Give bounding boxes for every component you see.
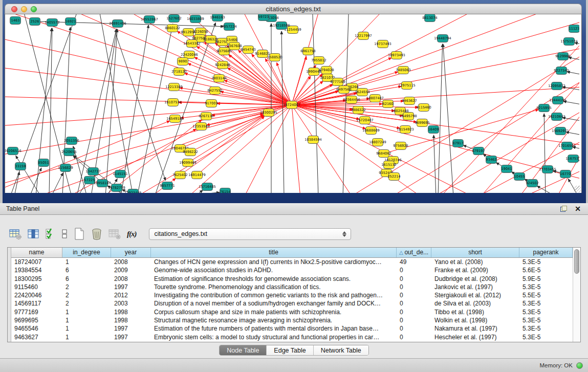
graph-node-label: 8226058	[193, 30, 208, 34]
table-cell: 0	[397, 333, 431, 341]
table-cell: 5.5E-5	[519, 291, 573, 299]
graph-node-label: 12095872	[548, 84, 565, 88]
table-cell: Changes of HCN gene expression and I(f) …	[151, 258, 397, 266]
graph-node-label: 16770	[560, 172, 571, 176]
column-header-year[interactable]: year	[111, 248, 151, 257]
graph-node-label: 10973493	[388, 53, 405, 57]
column-header-pagerank[interactable]: pagerank	[519, 248, 573, 257]
graph-edge	[155, 23, 215, 193]
column-header-name[interactable]: name	[11, 248, 62, 257]
graph-node-label: 1156829	[58, 166, 73, 170]
table-cell: 9699695	[11, 316, 62, 324]
graph-node-label: 8860122	[165, 26, 180, 30]
graph-edge	[438, 44, 443, 193]
graph-node-label: 16409	[428, 127, 439, 132]
resize-grip[interactable]	[574, 186, 581, 192]
graph-node-label: 93462	[486, 158, 497, 162]
graph-node-label: 2367608	[227, 44, 242, 48]
table-row[interactable]: 911546021997Tourette syndrome. Phenomeno…	[11, 283, 573, 291]
table-cell: 1	[62, 258, 111, 266]
table-cell: 5.6E-5	[519, 266, 573, 274]
graph-node-label: 22420046	[181, 53, 198, 57]
column-header-out_de[interactable]: △ out_de...	[397, 248, 431, 257]
table-cell: 2	[62, 299, 111, 308]
table-cell: 1	[62, 333, 111, 341]
table-settings-icon[interactable]	[9, 229, 21, 239]
close-window-button[interactable]	[11, 6, 17, 12]
network-canvas[interactable]: 1872400788601228912954822605898275031654…	[5, 14, 582, 193]
tab-network-table[interactable]: Network Table	[314, 345, 368, 355]
graph-node-label: 7485063	[396, 68, 410, 72]
table-cell: Investigating the contribution of common…	[151, 291, 397, 299]
table-row[interactable]: 969969511998Structural magnetic resonanc…	[11, 316, 573, 324]
graph-node-label: 8215955	[536, 106, 551, 110]
graph-node-label: 19218596	[273, 24, 290, 28]
create-table-icon[interactable]	[74, 228, 85, 240]
float-panel-icon[interactable]	[560, 206, 567, 212]
table-cell: Embryonic stem cells: a model to study s…	[151, 333, 397, 341]
column-header-title[interactable]: title	[151, 248, 397, 257]
column-header-short[interactable]: short	[431, 248, 519, 257]
graph-node-label: 1463	[11, 18, 20, 23]
table-cell: 5.3E-5	[519, 299, 573, 308]
graph-node-label: 15751074	[560, 39, 578, 43]
graph-node-label: 18154923	[397, 127, 414, 132]
graph-node-label: 8454743	[241, 48, 255, 52]
graph-node-label: 87917	[453, 141, 464, 145]
table-row[interactable]: 946554611997Estimation of the future num…	[11, 324, 573, 333]
table-cell: 22420046	[11, 291, 62, 299]
zoom-window-button[interactable]	[31, 6, 37, 12]
table-cell: Franke et al. (2009)	[431, 266, 519, 274]
graph-edge	[51, 173, 63, 193]
table-cell: 1997	[111, 324, 151, 333]
table-toolbar: f(x) citations_edges.txt	[9, 226, 588, 242]
scrollbar-thumb[interactable]	[574, 249, 579, 274]
graph-node-label: 16782759	[108, 186, 125, 190]
table-row[interactable]: 2242004622012Investigating the contribut…	[11, 291, 573, 299]
graph-node-label: 9684067	[376, 151, 391, 156]
table-row[interactable]: 1938455462009Genome-wide association stu…	[11, 266, 573, 274]
table-cell: 9463627	[11, 333, 62, 341]
table-cell: 0	[397, 275, 431, 283]
row-height-icon[interactable]	[61, 228, 68, 239]
status-bar: Memory: OK	[0, 358, 588, 372]
graph-node-label: 12213389	[165, 85, 183, 89]
window-title: citations_edges.txt	[5, 5, 581, 13]
table-cell: 1	[62, 316, 111, 324]
graph-node-label: 1588520	[267, 55, 282, 59]
graph-edge	[578, 160, 579, 167]
vertical-scrollbar[interactable]	[573, 248, 580, 342]
table-row[interactable]: 946362711997Embryonic stem cells: a mode…	[11, 333, 573, 341]
minimize-window-button[interactable]	[21, 6, 27, 12]
graph-edge	[174, 192, 220, 193]
table-row[interactable]: 1872400712008Changes of HCN gene express…	[11, 258, 573, 266]
table-cell: 1998	[111, 316, 151, 324]
graph-node-label: 16495798	[400, 114, 417, 118]
table-cell: 5.3E-5	[519, 316, 573, 324]
table-cell: Nakamura et al. (1997)	[431, 324, 519, 333]
graph-node-label: 12217997	[355, 34, 372, 38]
table-row[interactable]: 1456911722003Disruption of a novel membe…	[11, 299, 573, 308]
graph-node-label: 19448794	[434, 36, 451, 40]
network-window-titlebar[interactable]: citations_edges.txt	[5, 4, 582, 14]
graph-edge	[544, 114, 546, 193]
table-cell: 18300295	[11, 275, 62, 283]
close-panel-icon[interactable]: ✕	[575, 206, 581, 212]
tab-edge-table[interactable]: Edge Table	[267, 345, 313, 355]
graph-node-label: 9699695	[415, 121, 429, 125]
delete-rows-trash-icon[interactable]	[91, 228, 102, 240]
graph-edge	[527, 188, 579, 193]
table-row[interactable]: 977716911998Corpus callosum shape and si…	[11, 308, 573, 316]
table-row[interactable]: 1830029562008Estimation of significance …	[11, 275, 573, 283]
table-cell: Disruption of a novel member of a sodium…	[151, 299, 397, 308]
table-selector-dropdown[interactable]: citations_edges.txt	[149, 228, 351, 240]
select-columns-icon[interactable]	[45, 228, 55, 239]
table-cell: 18724007	[11, 258, 62, 266]
graph-node-label: 9375685	[216, 49, 231, 53]
graph-node-label: 1615132	[381, 163, 396, 167]
show-columns-icon[interactable]	[28, 229, 39, 239]
tab-node-table[interactable]: Node Table	[220, 345, 267, 355]
function-builder-icon[interactable]: f(x)	[127, 230, 137, 238]
table-cell: 0	[397, 299, 431, 308]
column-header-in_degree[interactable]: in_degree	[62, 248, 111, 257]
